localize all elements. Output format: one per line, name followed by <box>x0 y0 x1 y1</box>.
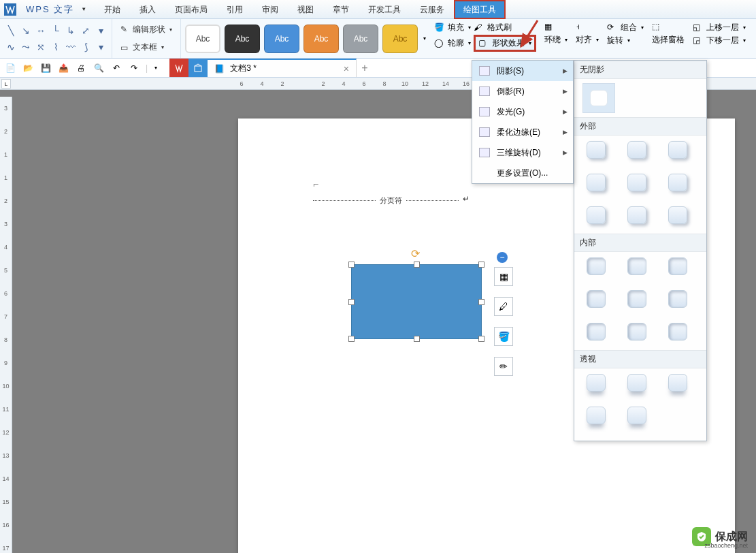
text-box-button[interactable]: ▭文本框▾ <box>116 40 176 55</box>
curve-icon[interactable]: ⟆ <box>79 40 93 54</box>
menu-review[interactable]: 审阅 <box>252 0 288 19</box>
elbow-connector-icon[interactable]: └ <box>49 23 63 38</box>
shadow-outer-6[interactable] <box>668 174 691 195</box>
format-painter-button[interactable]: 格式刷 <box>487 22 512 33</box>
group-button[interactable]: 组合 <box>621 22 637 33</box>
menu-page-layout[interactable]: 页面布局 <box>165 0 217 19</box>
menu-devtools[interactable]: 开发工具 <box>359 0 410 19</box>
menu-drawing-tools[interactable]: 绘图工具 <box>454 0 506 19</box>
curve-connector-icon[interactable]: ∿ <box>4 40 18 54</box>
rotate-button[interactable]: 旋转 <box>607 35 623 46</box>
layout-options-icon[interactable]: ▦ <box>494 267 513 286</box>
collapse-floater-icon[interactable]: − <box>497 252 508 263</box>
shadow-persp-2[interactable] <box>627 374 651 396</box>
menu-reference[interactable]: 引用 <box>217 0 252 19</box>
shadow-inner-3[interactable] <box>668 257 691 279</box>
style-swatch-4[interactable]: Abc <box>303 25 339 53</box>
add-tab-button[interactable]: + <box>357 62 373 74</box>
rotate-handle-icon[interactable]: ⟳ <box>411 247 420 260</box>
outline-button[interactable]: 轮廓 <box>448 37 464 49</box>
shadow-outer-7[interactable] <box>587 206 610 228</box>
elbow-double-arrow-icon[interactable]: ⤢ <box>79 23 93 38</box>
resize-handle-w[interactable] <box>348 299 355 305</box>
shadow-inner-5[interactable] <box>627 290 651 312</box>
menu-cloud[interactable]: 云服务 <box>410 0 454 19</box>
fx-glow[interactable]: 发光(G)▶ <box>472 101 573 122</box>
curve-double-arrow-icon[interactable]: ⤲ <box>34 40 48 54</box>
resize-handle-ne[interactable] <box>478 262 484 268</box>
fx-soft-edges[interactable]: 柔化边缘(E)▶ <box>472 122 573 142</box>
share-tab[interactable] <box>188 59 208 77</box>
shadow-inner-8[interactable] <box>627 323 651 345</box>
vertical-ruler[interactable]: 3211234567891011121314151617181920 <box>0 97 12 553</box>
close-tab-icon[interactable]: × <box>344 63 349 74</box>
shape-effect-button[interactable]: ▢形状效果▾ <box>474 35 536 52</box>
wps-home-tab[interactable] <box>169 59 188 77</box>
app-menu-caret-icon[interactable]: ▼ <box>81 6 86 12</box>
customize-qat-icon[interactable]: ▾ <box>154 65 157 71</box>
shape-effects-quick-icon[interactable]: ✏ <box>494 357 513 376</box>
double-arrow-icon[interactable]: ↔ <box>34 23 48 38</box>
resize-handle-se[interactable] <box>478 336 484 342</box>
shadow-outer-1[interactable] <box>587 141 610 163</box>
style-swatch-5[interactable]: Abc <box>343 25 378 53</box>
freeform-icon[interactable]: ⌇ <box>49 40 63 54</box>
fx-shadow[interactable]: 阴影(S)▶ <box>472 61 573 81</box>
resize-handle-nw[interactable] <box>348 262 355 268</box>
shadow-persp-4[interactable] <box>587 407 610 428</box>
shadow-persp-1[interactable] <box>587 374 610 396</box>
bring-forward-button[interactable]: 上移一层 <box>706 22 739 33</box>
undo-icon[interactable]: ↶ <box>110 62 122 74</box>
new-doc-icon[interactable]: 📄 <box>4 62 16 74</box>
shadow-none-thumb[interactable] <box>582 83 615 113</box>
document-tab[interactable]: 📘 文档3 * × <box>208 59 357 77</box>
fx-more-options[interactable]: 更多设置(O)... <box>472 163 573 183</box>
style-swatch-2[interactable]: Abc <box>225 25 260 53</box>
shadow-inner-2[interactable] <box>627 257 651 279</box>
shadow-persp-5[interactable] <box>627 407 651 428</box>
shadow-outer-2[interactable] <box>627 141 651 163</box>
wrap-button[interactable]: 环绕 <box>544 34 561 46</box>
style-swatch-1[interactable]: Abc <box>185 25 220 53</box>
menu-view[interactable]: 视图 <box>288 0 323 19</box>
save-icon[interactable]: 💾 <box>39 62 52 74</box>
menu-section[interactable]: 章节 <box>323 0 359 19</box>
menu-insert[interactable]: 插入 <box>130 0 165 19</box>
edit-shape-button[interactable]: ✎编辑形状▾ <box>116 22 176 37</box>
fx-reflection[interactable]: 倒影(R)▶ <box>472 81 573 101</box>
align-button[interactable]: 对齐 <box>576 34 592 46</box>
shadow-outer-5[interactable] <box>627 174 651 195</box>
shadow-persp-3[interactable] <box>668 374 691 396</box>
print-icon[interactable]: 🖨 <box>75 62 87 74</box>
send-backward-button[interactable]: 下移一层 <box>706 35 739 46</box>
redo-icon[interactable]: ↷ <box>128 62 140 74</box>
shadow-outer-9[interactable] <box>668 206 691 228</box>
export-icon[interactable]: 📤 <box>57 62 69 74</box>
shadow-inner-9[interactable] <box>668 323 691 345</box>
open-icon[interactable]: 📂 <box>22 62 34 74</box>
shape-outline-quick-icon[interactable]: 🪣 <box>494 327 513 346</box>
arrow-tool-icon[interactable]: ↘ <box>19 23 33 38</box>
elbow-arrow-icon[interactable]: ↳ <box>64 23 78 38</box>
print-preview-icon[interactable]: 🔍 <box>93 62 105 74</box>
more-lines2-icon[interactable]: ▾ <box>94 40 108 54</box>
shape-fill-quick-icon[interactable]: 🖊 <box>494 297 513 316</box>
resize-handle-n[interactable] <box>414 262 420 268</box>
fill-button[interactable]: 填充 <box>448 22 464 33</box>
line-tool-icon[interactable]: ╲ <box>4 23 18 38</box>
menu-start[interactable]: 开始 <box>95 0 130 19</box>
shadow-inner-7[interactable] <box>587 323 610 345</box>
style-swatch-3[interactable]: Abc <box>264 25 299 53</box>
shadow-outer-4[interactable] <box>587 174 610 195</box>
selected-rectangle-shape[interactable]: ⟳ <box>351 264 482 339</box>
resize-handle-e[interactable] <box>478 299 484 305</box>
selection-pane-button[interactable]: 选择窗格 <box>652 34 685 46</box>
shadow-outer-8[interactable] <box>627 206 651 228</box>
more-lines-icon[interactable]: ▾ <box>94 23 108 38</box>
styles-more-icon[interactable]: ▾ <box>423 35 426 42</box>
fx-3d-rotation[interactable]: 三维旋转(D)▶ <box>472 142 573 163</box>
resize-handle-sw[interactable] <box>348 336 355 342</box>
curve-arrow-icon[interactable]: ⤳ <box>19 40 33 54</box>
resize-handle-s[interactable] <box>414 336 420 342</box>
shadow-inner-1[interactable] <box>587 257 610 279</box>
